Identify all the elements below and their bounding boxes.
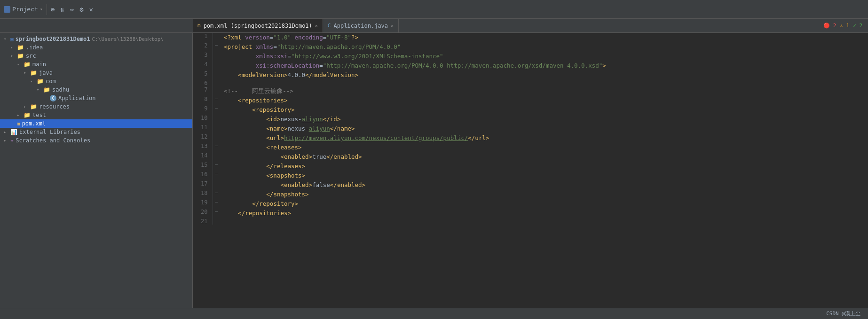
file-tree: ▣ springboot2021831Demo1 C:\Users\13288\… [0, 33, 192, 147]
tree-java-label: java [39, 70, 53, 76]
tab-close-application[interactable]: ✕ [391, 23, 394, 28]
line-gutter [213, 80, 220, 86]
tree-pom-xml[interactable]: m pom.xml [0, 119, 192, 128]
title-actions: ⊕ ⇅ ⇔ ⚙ ✕ [51, 6, 93, 13]
editor-content[interactable]: 1<?xml version="1.0" encoding="UTF-8"?>2… [193, 33, 868, 308]
line-number: 14 [193, 152, 213, 162]
code-line-7: 7<!-- 阿里云镜像--> [193, 86, 868, 96]
tree-resources[interactable]: 📁 resources [0, 102, 192, 111]
folder-main-icon: 📁 [24, 61, 31, 68]
line-number: 17 [193, 180, 213, 190]
fold-indicator[interactable]: – [213, 105, 221, 110]
line-gutter [213, 61, 220, 70]
line-number: 12 [193, 133, 213, 143]
tree-com-label: com [46, 78, 56, 85]
chevron-com [30, 79, 35, 84]
fold-indicator[interactable]: – [213, 199, 221, 204]
fold-indicator[interactable]: – [213, 171, 221, 176]
fold-indicator[interactable]: – [213, 96, 221, 101]
scratch-icon: ✦ [10, 137, 14, 144]
line-gutter: – [213, 162, 220, 171]
code-content: </releases> [220, 162, 868, 171]
line-number: 8 [193, 96, 213, 105]
tree-idea[interactable]: 📁 .idea [0, 43, 192, 52]
project-icon [4, 6, 10, 13]
code-content: <id>nexus-aliyun</id> [220, 115, 868, 124]
line-number: 6 [193, 80, 213, 86]
java-file-icon: C [328, 23, 331, 29]
folder-sadhu-icon: 📁 [43, 86, 50, 93]
code-content: </repositories> [220, 209, 868, 218]
line-gutter: – [213, 209, 220, 218]
code-line-3: 3 xmlns:xsi="http://www.w3.org/2001/XMLS… [193, 52, 868, 61]
project-root-icon: ▣ [10, 36, 14, 42]
java-class-icon: C [50, 95, 56, 101]
line-number: 2 [193, 42, 213, 52]
fold-indicator[interactable]: – [213, 162, 221, 167]
tab-application-java-label: Application.java [333, 23, 388, 29]
code-line-16: 16– <snapshots> [193, 171, 868, 180]
sidebar: ▣ springboot2021831Demo1 C:\Users\13288\… [0, 33, 193, 308]
fold-indicator[interactable]: – [213, 42, 221, 47]
tab-application-java[interactable]: C Application.java ✕ [323, 19, 399, 32]
close-icon[interactable]: ✕ [89, 6, 93, 13]
tree-external-libs[interactable]: 📊 External Libraries [0, 128, 192, 136]
line-gutter [213, 70, 220, 80]
line-number: 15 [193, 162, 213, 171]
tree-java[interactable]: 📁 java [0, 69, 192, 77]
project-dropdown[interactable]: Project ▾ [4, 6, 43, 13]
tree-test[interactable]: 📁 test [0, 111, 192, 119]
code-line-10: 10 <id>nexus-aliyun</id> [193, 115, 868, 124]
line-gutter: – [213, 143, 220, 152]
code-line-12: 12 <url>http://maven.aliyun.com/nexus/co… [193, 133, 868, 143]
line-gutter: – [213, 199, 220, 209]
line-number: 13 [193, 143, 213, 152]
line-number: 5 [193, 70, 213, 80]
code-content: <project xmlns="http://maven.apache.org/… [220, 42, 868, 52]
tree-scratches-label: Scratches and Consoles [16, 137, 90, 144]
line-gutter [213, 124, 220, 133]
code-content: xsi:schemaLocation="http://maven.apache.… [220, 61, 868, 70]
tree-application[interactable]: C Application [0, 94, 192, 102]
fold-indicator[interactable]: – [213, 209, 221, 214]
code-line-13: 13– <releases> [193, 143, 868, 152]
line-gutter [213, 115, 220, 124]
title-divider [47, 4, 47, 15]
chevron-src [10, 54, 15, 58]
code-line-14: 14 <enabled>true</enabled> [193, 152, 868, 162]
tab-pom-xml[interactable]: m pom.xml (springboot2021831Demo1) ✕ [193, 19, 323, 32]
line-gutter [213, 52, 220, 61]
tree-src[interactable]: 📁 src [0, 52, 192, 60]
tab-close-pom[interactable]: ✕ [315, 23, 318, 28]
code-line-8: 8– <repositories> [193, 96, 868, 105]
code-content: <url>http://maven.aliyun.com/nexus/conte… [220, 133, 868, 143]
line-number: 4 [193, 61, 213, 70]
expand-icon[interactable]: ⇔ [70, 6, 74, 13]
line-number: 18 [193, 190, 213, 199]
settings-icon[interactable]: ⚙ [79, 6, 83, 13]
tree-root[interactable]: ▣ springboot2021831Demo1 C:\Users\13288\… [0, 35, 192, 43]
line-number: 16 [193, 171, 213, 180]
tab-pom-xml-label: pom.xml (springboot2021831Demo1) [204, 23, 312, 29]
code-line-11: 11 <name>nexus-aliyun</name> [193, 124, 868, 133]
code-line-17: 17 <enabled>false</enabled> [193, 180, 868, 190]
lib-icon: 📊 [10, 129, 17, 135]
tree-sadhu[interactable]: 📁 sadhu [0, 86, 192, 94]
chevron-main [17, 62, 22, 67]
editor-area: 1<?xml version="1.0" encoding="UTF-8"?>2… [193, 33, 868, 308]
fold-indicator[interactable]: – [213, 190, 221, 195]
folder-com-icon: 📁 [37, 78, 44, 85]
tab-indicators: 🔴 2 ⚠ 1 ✓ 2 [823, 19, 868, 32]
tree-scratches[interactable]: ✦ Scratches and Consoles [0, 136, 192, 145]
new-file-icon[interactable]: ⊕ [51, 6, 55, 13]
line-gutter [213, 152, 220, 162]
tree-sadhu-label: sadhu [52, 86, 69, 93]
fold-indicator[interactable]: – [213, 143, 221, 148]
code-content: xmlns:xsi="http://www.w3.org/2001/XMLSch… [220, 52, 868, 61]
line-gutter [213, 218, 220, 225]
tree-main[interactable]: 📁 main [0, 60, 192, 69]
line-number: 20 [193, 209, 213, 218]
tree-com[interactable]: 📁 com [0, 77, 192, 86]
sync-icon[interactable]: ⇅ [60, 6, 64, 13]
chevron-test [17, 113, 22, 117]
